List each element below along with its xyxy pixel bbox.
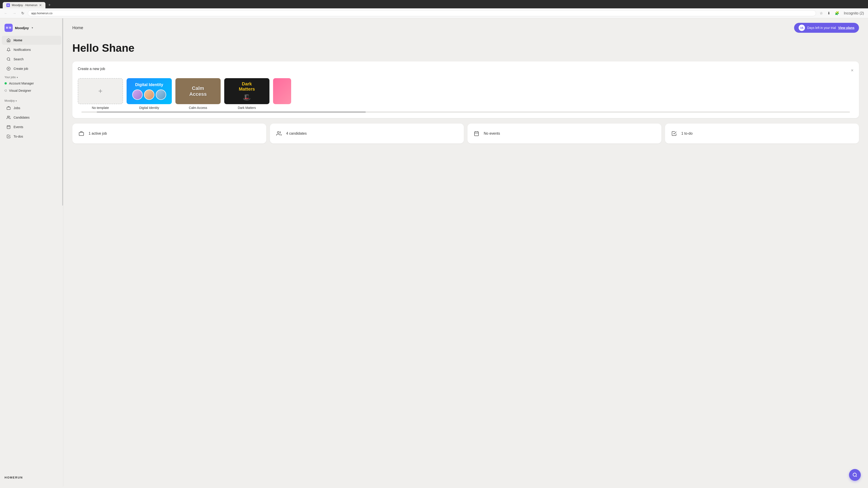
sidebar-item-create-job[interactable]: Create job bbox=[2, 64, 61, 73]
homerun-logo: HOMERUN bbox=[4, 476, 59, 479]
template-race-thumb bbox=[273, 78, 291, 104]
extensions-button[interactable]: 🧩 bbox=[833, 10, 841, 16]
moodjoy-dropdown-arrow: ▾ bbox=[16, 100, 17, 102]
svg-point-0 bbox=[7, 58, 10, 60]
sidebar-item-create-job-label: Create job bbox=[13, 67, 28, 70]
sidebar: M M Moodjoy ▾ Home Notifications Search bbox=[0, 18, 63, 486]
stats-row: 1 active job 4 candidates No events bbox=[72, 124, 859, 143]
digital-identity-photo-2 bbox=[144, 90, 154, 100]
template-digital-thumb: Digital Identity bbox=[127, 78, 172, 104]
svg-line-18 bbox=[856, 476, 857, 477]
trial-badge: 15 Days left in your trial View plans bbox=[794, 23, 859, 33]
stat-card-events[interactable]: No events bbox=[467, 124, 661, 143]
sidebar-item-home-label: Home bbox=[13, 38, 22, 42]
tab-close-button[interactable]: ✕ bbox=[39, 3, 42, 7]
trial-text: Days left in your trial bbox=[807, 26, 836, 30]
create-job-card: Create a new job × + No template bbox=[72, 61, 859, 118]
company-dropdown-arrow[interactable]: ▾ bbox=[32, 26, 33, 29]
forward-button[interactable]: → bbox=[11, 10, 18, 16]
create-job-close-button[interactable]: × bbox=[851, 68, 854, 73]
browser-chrome: M Moodjoy · Homerun ✕ + bbox=[0, 0, 868, 8]
new-tab-button[interactable]: + bbox=[46, 2, 53, 8]
sidebar-scrollbar[interactable] bbox=[62, 18, 63, 486]
job-active-indicator bbox=[4, 82, 7, 85]
sidebar-item-search[interactable]: Search bbox=[2, 55, 61, 64]
trial-days-count: 15 bbox=[799, 25, 805, 31]
dark-matters-text: DarkMatters bbox=[239, 81, 255, 92]
greeting-heading: Hello Shane bbox=[72, 42, 859, 54]
view-plans-link[interactable]: View plans bbox=[838, 26, 855, 30]
your-jobs-dropdown-arrow: ▾ bbox=[17, 76, 18, 78]
address-bar[interactable]: app.homerun.co bbox=[28, 10, 816, 16]
template-no-template-label: No template bbox=[78, 106, 123, 109]
template-dark-thumb: DarkMatters 🎩 bbox=[224, 78, 270, 104]
reload-button[interactable]: ↻ bbox=[20, 10, 26, 16]
active-jobs-icon bbox=[78, 130, 85, 137]
sidebar-item-jobs[interactable]: Jobs bbox=[2, 103, 61, 112]
template-digital-label: Digital Identity bbox=[127, 106, 172, 109]
template-calm-access[interactable]: CalmAccess Calm Access bbox=[176, 78, 221, 109]
job-item-account-manager[interactable]: Account Manager bbox=[0, 80, 63, 87]
incognito-button[interactable]: Incognito (2) bbox=[842, 10, 865, 16]
sidebar-item-events-label: Events bbox=[13, 125, 23, 129]
your-jobs-label: Your jobs bbox=[4, 76, 16, 79]
search-fab[interactable] bbox=[849, 469, 861, 481]
tab-title: Moodjoy · Homerun bbox=[12, 3, 37, 7]
your-jobs-section-header[interactable]: Your jobs ▾ bbox=[0, 73, 63, 80]
download-button[interactable]: ⬇ bbox=[826, 10, 832, 16]
calm-overlay: CalmAccess bbox=[176, 78, 221, 104]
calm-access-text: CalmAccess bbox=[189, 86, 207, 97]
active-tab[interactable]: M Moodjoy · Homerun ✕ bbox=[3, 2, 45, 8]
tab-favicon: M bbox=[6, 3, 10, 7]
sidebar-item-candidates[interactable]: Candidates bbox=[2, 113, 61, 122]
svg-rect-7 bbox=[7, 126, 10, 129]
page-title: Home bbox=[72, 26, 83, 30]
sidebar-item-todos-label: To-dos bbox=[13, 135, 23, 138]
checkbox-icon bbox=[6, 134, 11, 139]
home-icon bbox=[6, 38, 11, 42]
sidebar-scrollbar-thumb bbox=[62, 18, 63, 205]
template-dark-label: Dark Matters bbox=[224, 106, 270, 109]
plus-icon: + bbox=[98, 87, 103, 95]
candidates-stat-icon bbox=[275, 130, 283, 137]
todos-stat-icon bbox=[671, 130, 678, 137]
svg-point-17 bbox=[853, 473, 857, 477]
sidebar-item-home[interactable]: Home bbox=[2, 36, 61, 45]
template-race[interactable] bbox=[273, 78, 291, 109]
template-digital-identity[interactable]: Digital Identity Digital Identity bbox=[127, 78, 172, 109]
bell-icon bbox=[6, 47, 11, 52]
main-content-area: Home 15 Days left in your trial View pla… bbox=[63, 18, 868, 486]
briefcase-icon bbox=[6, 106, 11, 110]
sidebar-item-candidates-label: Candidates bbox=[13, 116, 30, 119]
digital-identity-text: Digital Identity bbox=[135, 83, 163, 87]
sidebar-item-notifications[interactable]: Notifications bbox=[2, 45, 61, 54]
stat-candidates-text: 4 candidates bbox=[286, 131, 307, 135]
app-layout: M M Moodjoy ▾ Home Notifications Search bbox=[0, 18, 868, 486]
stat-card-active-jobs[interactable]: 1 active job bbox=[72, 124, 266, 143]
job-item-visual-designer-label: Visual Designer bbox=[9, 89, 31, 92]
stat-todos-text: 1 to-do bbox=[681, 131, 692, 135]
plus-circle-icon bbox=[6, 66, 11, 71]
sidebar-item-events[interactable]: Events bbox=[2, 123, 61, 131]
job-item-visual-designer[interactable]: Visual Designer bbox=[0, 87, 63, 94]
templates-scrollbar-area bbox=[78, 111, 854, 113]
templates-scrollbar-track bbox=[81, 111, 850, 113]
template-no-template[interactable]: + No template bbox=[78, 78, 123, 109]
main-header: Home 15 Days left in your trial View pla… bbox=[63, 18, 868, 37]
stat-card-candidates[interactable]: 4 candidates bbox=[270, 124, 464, 143]
templates-scrollbar-thumb[interactable] bbox=[97, 111, 366, 113]
sidebar-item-notifications-label: Notifications bbox=[13, 48, 31, 52]
templates-row: + No template Digital Identity bbox=[78, 78, 854, 109]
sidebar-item-todos[interactable]: To-dos bbox=[2, 132, 61, 141]
bookmark-button[interactable]: ☆ bbox=[818, 10, 824, 16]
svg-point-6 bbox=[7, 116, 9, 117]
svg-rect-11 bbox=[79, 132, 84, 135]
stat-card-todos[interactable]: 1 to-do bbox=[665, 124, 859, 143]
job-item-account-manager-label: Account Manager bbox=[9, 82, 34, 85]
template-dark-matters[interactable]: DarkMatters 🎩 Dark Matters bbox=[224, 78, 270, 109]
moodjoy-section-header[interactable]: Moodjoy ▾ bbox=[0, 97, 63, 103]
address-bar-text: app.homerun.co bbox=[31, 11, 53, 15]
back-button[interactable]: ← bbox=[3, 10, 9, 16]
moodjoy-section-label: Moodjoy bbox=[4, 99, 15, 102]
browser-tabs: M Moodjoy · Homerun ✕ + bbox=[3, 2, 865, 8]
